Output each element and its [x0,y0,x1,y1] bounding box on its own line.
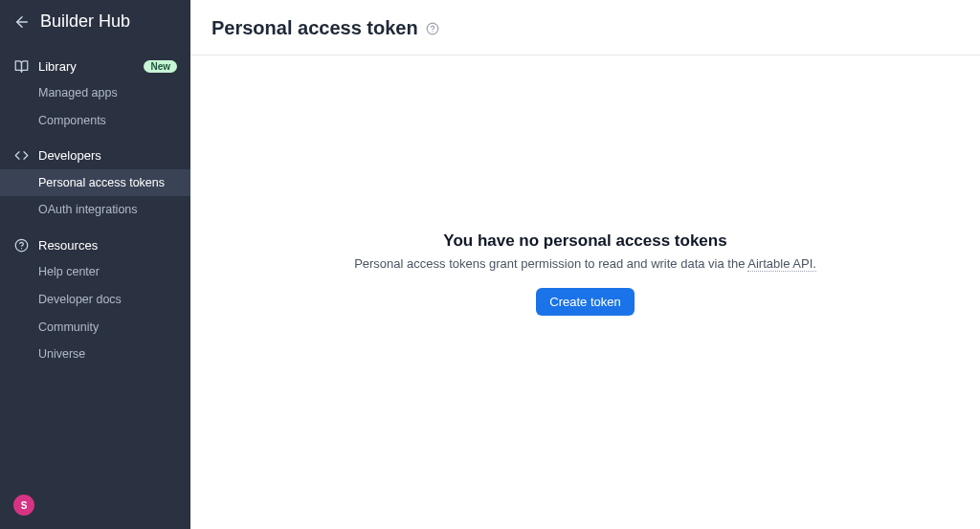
sidebar-item-components[interactable]: Components [0,107,190,135]
section-title-library: Library [38,59,144,74]
sidebar-item-managed-apps[interactable]: Managed apps [0,79,190,107]
book-open-icon [13,58,29,74]
empty-state-description: Personal access tokens grant permission … [354,256,816,271]
sidebar-item-universe[interactable]: Universe [0,341,190,368]
sidebar: Builder Hub Library New Managed apps Com… [0,0,190,529]
help-circle-icon [13,237,29,253]
sidebar-item-developer-docs[interactable]: Developer docs [0,286,190,314]
section-title-resources: Resources [38,238,177,253]
airtable-api-link[interactable]: Airtable API. [747,256,816,272]
sidebar-item-personal-access-tokens[interactable]: Personal access tokens [0,169,190,197]
page-header: Personal access token [190,0,980,55]
section-header-resources[interactable]: Resources [0,231,190,258]
page-title: Personal access token [212,17,418,39]
empty-state-title: You have no personal access tokens [443,231,726,251]
section-title-developers: Developers [38,148,177,163]
main-area: Personal access token You have no person… [190,0,980,529]
create-token-button[interactable]: Create token [536,288,634,316]
sidebar-item-community[interactable]: Community [0,314,190,342]
brand-title: Builder Hub [40,11,130,32]
section-library: Library New Managed apps Components [0,53,190,135]
section-header-library[interactable]: Library New [0,53,190,79]
section-developers: Developers Personal access tokens OAuth … [0,143,190,225]
back-arrow-icon[interactable] [13,13,31,31]
new-badge: New [144,60,177,73]
code-icon [13,148,29,164]
empty-state: You have no personal access tokens Perso… [190,55,980,529]
section-header-developers[interactable]: Developers [0,143,190,169]
sidebar-item-help-center[interactable]: Help center [0,258,190,286]
user-avatar[interactable]: S [13,495,34,516]
sidebar-header: Builder Hub [0,0,190,45]
empty-desc-text: Personal access tokens grant permission … [354,256,747,271]
sidebar-item-oauth-integrations[interactable]: OAuth integrations [0,196,190,224]
info-icon[interactable] [426,22,439,35]
section-resources: Resources Help center Developer docs Com… [0,231,190,368]
